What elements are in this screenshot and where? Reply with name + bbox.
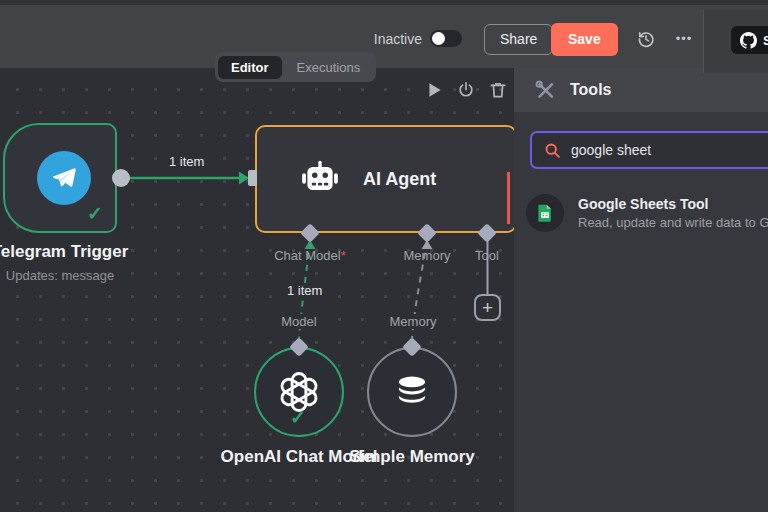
chat-model-port-text: Chat Model — [274, 248, 340, 263]
model-connection-items-badge: 1 item — [283, 283, 326, 298]
output-connector[interactable] — [112, 169, 130, 187]
telegram-node-subtitle: Updates: message — [0, 268, 135, 283]
required-asterisk: * — [341, 248, 346, 263]
activation-toggle[interactable] — [430, 30, 462, 47]
database-icon — [393, 373, 431, 411]
node-search-box[interactable] — [530, 131, 768, 169]
openai-success-check-icon: ✓ — [290, 406, 306, 429]
power-icon[interactable] — [456, 80, 476, 100]
memory-endpoint-label: Memory — [383, 314, 443, 329]
input-connector[interactable] — [248, 170, 257, 186]
more-options-icon[interactable]: ••• — [670, 25, 698, 45]
tools-panel-header: Tools — [514, 68, 768, 112]
ai-agent-node-title: AI Agent — [363, 169, 436, 190]
tools-icon — [534, 79, 557, 102]
canvas-toolbar — [424, 80, 508, 100]
simple-memory-node-title: Simple Memory — [312, 447, 512, 467]
telegram-node-title: Telegram Trigger — [0, 242, 145, 262]
search-input[interactable] — [571, 142, 768, 158]
add-tool-plus-button[interactable]: + — [474, 294, 501, 321]
success-check-icon: ✓ — [87, 202, 103, 225]
simple-memory-node[interactable] — [367, 347, 457, 437]
panel-edge-accent — [507, 172, 510, 224]
view-tabs: Editor Executions — [215, 52, 376, 82]
ai-agent-node[interactable]: AI Agent — [255, 125, 517, 233]
panel-title: Tools — [570, 81, 611, 99]
result-text: Google Sheets Tool Read, update and writ… — [578, 196, 768, 230]
memory-port-label: Memory — [397, 248, 457, 263]
save-button[interactable]: Save — [551, 23, 618, 56]
search-icon — [544, 142, 561, 159]
result-subtitle: Read, update and write data to Google — [578, 215, 768, 230]
google-sheets-icon — [526, 194, 564, 232]
trash-icon[interactable] — [488, 80, 508, 100]
telegram-trigger-node[interactable]: ✓ — [3, 123, 117, 233]
github-star-button[interactable]: Star — [731, 26, 768, 54]
activation-state-label: Inactive — [350, 31, 422, 47]
github-icon — [740, 32, 757, 49]
github-star-label: Star — [763, 33, 768, 48]
tab-editor[interactable]: Editor — [218, 56, 282, 79]
top-header-bar: Inactive Share Save ••• Star — [0, 5, 768, 68]
model-endpoint-label: Model — [269, 314, 329, 329]
tab-executions[interactable]: Executions — [284, 56, 374, 79]
tool-port-label: Tool — [467, 248, 507, 263]
chat-model-port-label: Chat Model* — [265, 248, 355, 263]
share-button[interactable]: Share — [484, 24, 553, 55]
result-title: Google Sheets Tool — [578, 196, 768, 212]
search-result-google-sheets-tool[interactable]: Google Sheets Tool Read, update and writ… — [514, 184, 768, 242]
execute-workflow-icon[interactable] — [424, 80, 444, 100]
toggle-knob — [432, 32, 445, 45]
connection-items-badge: 1 item — [165, 154, 208, 169]
history-icon[interactable] — [636, 29, 656, 49]
telegram-icon — [37, 151, 91, 205]
tools-panel: Tools Google Sheets Tool Read, update an… — [514, 68, 768, 512]
window-top-strip — [0, 0, 768, 5]
robot-icon — [299, 158, 341, 200]
